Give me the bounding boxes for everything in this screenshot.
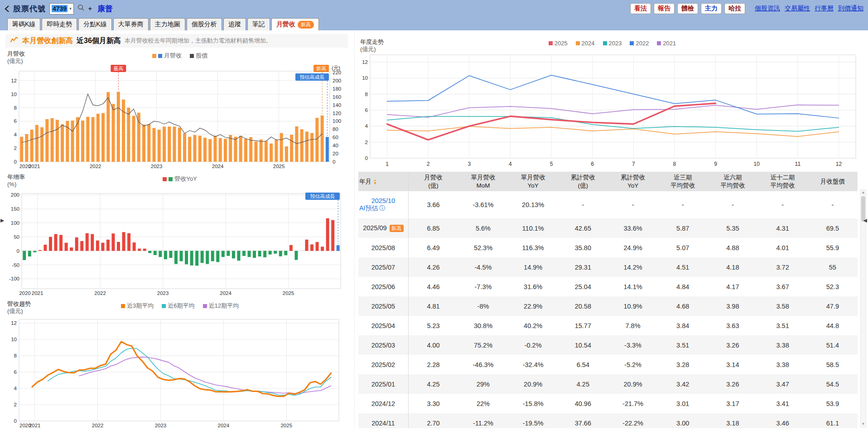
table-row[interactable]: 2025/09新高6.855.6%110.1%42.6533.6%5.875.3… bbox=[358, 218, 858, 238]
svg-text:2: 2 bbox=[14, 402, 17, 407]
svg-text:7: 7 bbox=[632, 161, 635, 167]
sort-icon[interactable]: ▲▼ bbox=[373, 179, 377, 185]
topbar-link-2[interactable]: 行事曆 bbox=[815, 5, 834, 13]
table-row[interactable]: 2025/034.0075.2%-0.2%10.54-3.3%3.513.263… bbox=[358, 335, 858, 355]
topbar-button-3[interactable]: 主力 bbox=[701, 3, 722, 14]
table-row[interactable]: 2025/045.2330.8%40.2%15.777.8%3.843.633.… bbox=[358, 316, 858, 335]
table-row[interactable]: 2025/022.28-46.3%-32.4%6.54-5.2%3.283.14… bbox=[358, 355, 858, 374]
top-bar: 股票代號 4739 ▾ + 康普 看法報告體檢主力哈拉 個股資訊交易屬性行事曆到… bbox=[0, 0, 868, 17]
table-row[interactable]: 2025/014.2529%20.9%4.2520.9%3.423.263.47… bbox=[358, 374, 858, 394]
main-content: 本月營收創新高 近36個月新高 本月營收較去年同期增加，主係動力電池材料銷售增加… bbox=[0, 30, 868, 429]
legend-item-2[interactable]: 近12期平均 bbox=[203, 302, 239, 310]
svg-text:2023: 2023 bbox=[155, 423, 167, 428]
tab-2[interactable]: 分點K線 bbox=[78, 18, 111, 30]
svg-text:10: 10 bbox=[362, 75, 368, 81]
table-row[interactable]: 2025/074.26-4.5%14.9%29.3114.2%4.514.183… bbox=[358, 257, 858, 277]
svg-text:2022: 2022 bbox=[92, 423, 104, 428]
tab-0[interactable]: 籌碼K線 bbox=[7, 18, 40, 30]
legend-item-0[interactable]: 近3期平均 bbox=[121, 302, 154, 310]
tab-monthly-revenue[interactable]: 月營收新高 bbox=[271, 18, 319, 30]
stock-code-label: 股票代號 bbox=[13, 4, 46, 14]
svg-text:11: 11 bbox=[795, 161, 801, 167]
legend-item-4[interactable]: 2021 bbox=[657, 40, 676, 47]
table-row[interactable]: 2025/054.81-8%22.9%20.5810.9%4.683.983.5… bbox=[358, 296, 858, 316]
legend-item-2[interactable]: 2023 bbox=[603, 40, 622, 47]
trend-chart-canvas[interactable]: 024681012202020212022202320242025 bbox=[5, 315, 348, 429]
stock-name-link[interactable]: 康普 bbox=[97, 4, 113, 14]
tab-1[interactable]: 即時走勢 bbox=[42, 18, 77, 30]
svg-text:2: 2 bbox=[365, 140, 368, 145]
legend-item-0[interactable]: 月營收 bbox=[152, 52, 182, 60]
topbar-button-1[interactable]: 報告 bbox=[654, 3, 675, 14]
info-icon[interactable]: ⓘ bbox=[379, 204, 385, 213]
tab-4[interactable]: 主力地圖 bbox=[150, 18, 185, 30]
search-icon[interactable] bbox=[77, 4, 85, 13]
column-header-ym[interactable]: 年月▲▼ bbox=[358, 172, 408, 191]
svg-text:10: 10 bbox=[11, 337, 17, 342]
new-high-badge: 新高 bbox=[390, 225, 404, 232]
column-header-3: 單月營收YoY bbox=[508, 172, 558, 191]
yearly-chart-block: 年度走勢 (億元) 20252024202320222021 024681012… bbox=[358, 39, 866, 168]
table-scrollbar[interactable]: ▲ ▼ bbox=[860, 189, 866, 427]
svg-text:5: 5 bbox=[550, 161, 553, 167]
yoy-chart-canvas[interactable]: 200150100500-50-100預估高成長2020202120222023… bbox=[5, 188, 348, 297]
topbar-link-3[interactable]: 到價通知 bbox=[838, 5, 863, 13]
table-row[interactable]: 2024/123.3022%-15.8%40.96-21.7%3.013.173… bbox=[358, 394, 858, 413]
highlight-banner: 本月營收創新高 近36個月新高 本月營收較去年同期增加，主係動力電池材料銷售增加… bbox=[5, 34, 348, 48]
topbar-button-4[interactable]: 哈拉 bbox=[724, 3, 745, 14]
topbar-link-1[interactable]: 交易屬性 bbox=[785, 5, 810, 13]
table-row[interactable]: 2025/086.4952.3%116.3%35.8024.9%5.074.88… bbox=[358, 238, 858, 257]
column-header-5: 累計營收YoY bbox=[608, 172, 658, 191]
legend-swatch bbox=[549, 41, 553, 45]
legend-item-0[interactable]: 營收YoY bbox=[163, 175, 197, 183]
svg-text:8: 8 bbox=[14, 353, 17, 358]
chart-legend-yoy: 營收YoY bbox=[5, 175, 354, 183]
svg-text:200: 200 bbox=[333, 78, 341, 83]
table-row-forecast[interactable]: 2025/10AI預估ⓘ3.66-3.61%20.13%------ bbox=[358, 191, 858, 218]
scroll-up-icon[interactable]: ▲ bbox=[861, 190, 866, 195]
table-row[interactable]: 2024/112.70-11.2%-19.5%37.66-22.2%3.003.… bbox=[358, 413, 858, 428]
svg-text:140: 140 bbox=[333, 102, 341, 108]
chart-legend-monthly: 月營收股價 bbox=[5, 52, 354, 60]
add-stock-button[interactable]: + bbox=[88, 5, 92, 12]
table-row[interactable]: 2025/064.46-7.3%31.6%25.0414.1%4.844.173… bbox=[358, 277, 858, 296]
svg-text:12: 12 bbox=[11, 78, 17, 83]
topbar-link-0[interactable]: 個股資訊 bbox=[755, 5, 780, 13]
svg-text:10: 10 bbox=[754, 161, 760, 167]
monthly-chart-canvas[interactable]: 024681012020406080100120140160180200220(… bbox=[5, 65, 348, 170]
svg-text:2022: 2022 bbox=[94, 290, 106, 296]
svg-text:6: 6 bbox=[14, 118, 17, 124]
svg-text:2023: 2023 bbox=[151, 164, 163, 169]
chevron-down-icon[interactable]: ▾ bbox=[69, 6, 72, 11]
svg-text:新高: 新高 bbox=[316, 66, 326, 71]
svg-text:0: 0 bbox=[14, 418, 17, 424]
stock-code-input[interactable]: 4739 ▾ bbox=[49, 3, 74, 14]
svg-text:2025: 2025 bbox=[273, 164, 285, 169]
scroll-down-icon[interactable]: ▼ bbox=[861, 421, 866, 427]
tab-6[interactable]: 追蹤 bbox=[223, 18, 246, 30]
tab-3[interactable]: 大單券商 bbox=[113, 18, 149, 30]
svg-text:8: 8 bbox=[365, 92, 368, 97]
back-icon[interactable] bbox=[5, 5, 10, 13]
legend-item-3[interactable]: 2022 bbox=[630, 40, 649, 47]
expand-right-panel-icon[interactable]: ◀ bbox=[863, 217, 867, 223]
legend-item-1[interactable]: 股價 bbox=[190, 52, 207, 60]
legend-swatch bbox=[169, 177, 173, 181]
svg-text:8: 8 bbox=[14, 105, 17, 111]
legend-item-1[interactable]: 近6期平均 bbox=[162, 302, 194, 310]
stock-code-value[interactable]: 4739 bbox=[52, 5, 68, 12]
column-header-7: 近六期平均營收 bbox=[708, 172, 757, 191]
legend-item-0[interactable]: 2025 bbox=[549, 40, 568, 47]
tab-7[interactable]: 筆記 bbox=[247, 18, 270, 30]
tab-5[interactable]: 個股分析 bbox=[187, 18, 222, 30]
topbar-button-2[interactable]: 體檢 bbox=[677, 3, 698, 14]
yearly-chart-canvas[interactable]: 024681012123456789101112 bbox=[358, 51, 862, 168]
topbar-button-0[interactable]: 看法 bbox=[630, 3, 651, 14]
legend-item-1[interactable]: 2024 bbox=[576, 40, 595, 47]
column-header-9: 月收盤價 bbox=[808, 172, 858, 191]
left-column: 本月營收創新高 近36個月新高 本月營收較去年同期增加，主係動力電池材料銷售增加… bbox=[0, 30, 354, 429]
legend-swatch bbox=[162, 304, 166, 308]
svg-text:180: 180 bbox=[333, 86, 341, 92]
expand-left-panel-icon[interactable]: ▶ bbox=[0, 217, 4, 223]
svg-text:100: 100 bbox=[333, 118, 341, 124]
